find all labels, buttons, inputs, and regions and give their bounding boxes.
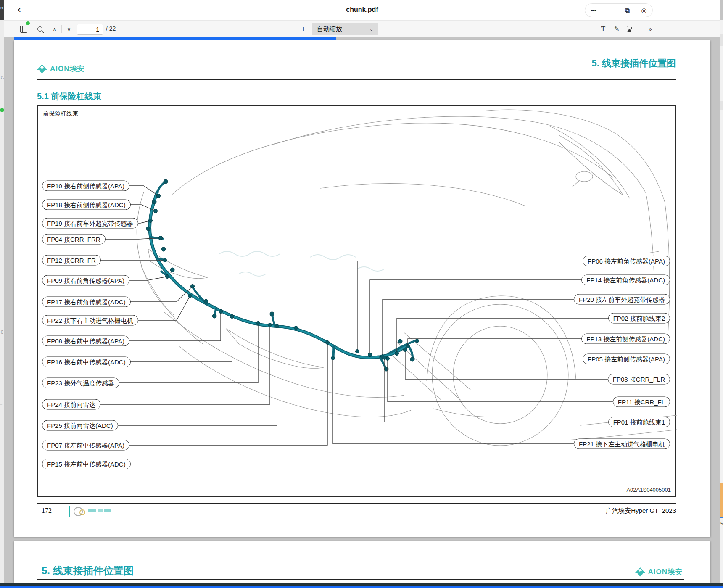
more-options-button[interactable]: •••	[585, 4, 602, 17]
connector-fp01	[383, 356, 387, 360]
footer-document-name: 广汽埃安Hyper GT_2023	[606, 507, 676, 515]
leader-line-fp20	[383, 299, 639, 356]
pdf-page-2: 5. 线束接插件位置图 AION埃安	[14, 541, 710, 583]
connector-fp19	[149, 219, 153, 223]
search-icon	[37, 26, 42, 32]
bottom-window-bar	[0, 583, 723, 586]
connector-fp12	[163, 258, 167, 262]
header-rule	[37, 79, 676, 80]
leader-line-fp23	[92, 323, 258, 383]
chapter-header: 5. 线束接插件位置图	[592, 57, 676, 70]
diagram-label-fp20: FP20 接左前车外超宽带传感器	[574, 294, 670, 305]
connector-fp09	[166, 275, 169, 279]
connector-fp10	[157, 194, 161, 198]
page-number-input[interactable]	[77, 24, 103, 35]
diagram-label-fp11: FP11 接CRR_FL	[613, 397, 670, 407]
pdf-page-1: AION埃安 5. 线束接插件位置图 5.1 前保险杠线束 前保险杠线束 A02…	[14, 40, 710, 537]
leader-line-fp11	[388, 359, 639, 402]
diagram-label-fp13: FP13 接左前侧传感器(ADC)	[581, 334, 670, 344]
diagram-label-fp07: FP07 接左前中传感器(APA)	[42, 440, 129, 451]
diagram-label-fp03: FP03 接CRR_FLR	[608, 374, 670, 385]
close-button[interactable]: ◎	[636, 4, 652, 17]
notification-dot	[26, 21, 30, 25]
connector-fp05	[415, 339, 419, 343]
thumbnail-page-number: 5	[720, 521, 723, 526]
diagram-label-fp08: FP08 接右前中传感器(APA)	[42, 336, 129, 346]
connector-fp22	[188, 294, 192, 298]
diagram-label-fp25: FP25 接前向雷达(ADC)	[42, 420, 118, 431]
connector-fp25	[275, 324, 279, 328]
diagram-label-fp12: FP12 接CRR_FR	[42, 255, 101, 266]
background-panel-right-edge: 5	[720, 20, 723, 583]
restore-button[interactable]: ⧉	[619, 4, 636, 17]
wiring-harness	[146, 179, 417, 371]
connector-fp14	[368, 353, 372, 357]
diagram-label-fp24: FP24 接前向雷达	[42, 399, 100, 410]
connector-fp24	[268, 323, 272, 327]
background-window-left-edge: n ち 0 ≡	[0, 0, 4, 588]
diagram-label-fp21: FP21 接下左主动进气格栅电机	[574, 439, 670, 449]
image-tool-button[interactable]	[625, 23, 636, 35]
diagram-label-fp15: FP15 接左前中传感器(ADC)	[42, 459, 131, 469]
previous-page-button[interactable]: ∧	[50, 23, 60, 35]
diagram-label-fp02: FP02 接前舱线束2	[608, 313, 670, 324]
diagram-code: A02A1S04005001	[626, 487, 671, 493]
text-tool-button[interactable]: T	[598, 23, 609, 35]
loading-progress-bar	[14, 37, 336, 40]
connector-fp04	[159, 236, 163, 240]
more-tools-button[interactable]: »	[644, 23, 656, 35]
diagram-label-fp14: FP14 接左前角传感器(ADC)	[581, 275, 670, 285]
diagram-label-fp01: FP01 接前舱线束1	[608, 417, 670, 427]
connector-fp03	[404, 348, 407, 352]
sidebar-toggle-button[interactable]	[18, 23, 29, 35]
connector-fp23	[256, 322, 260, 325]
toolbar-divider	[61, 25, 62, 33]
bottom-taskbar-sliver	[0, 586, 723, 588]
edge-green-badge	[0, 108, 4, 112]
diagram-label-fp17: FP17 接右前角传感器(ADC)	[42, 297, 131, 307]
sidebar-toggle-icon	[20, 26, 27, 33]
connector-fp06	[356, 350, 359, 353]
diagram-label-fp23: FP23 接外气温度传感器	[42, 378, 119, 388]
connector-fp07	[326, 341, 330, 345]
aion-logo: AION埃安	[635, 567, 683, 577]
connector-fp08	[219, 310, 223, 314]
zoom-mode-select[interactable]: 自动缩放 ⌄	[312, 23, 378, 35]
aion-logo: AION埃安	[37, 64, 85, 74]
diagram-label-fp18: FP18 接右前侧传感器(ADC)	[42, 200, 131, 210]
leader-line-fp21	[333, 358, 639, 444]
footer-page-number: 172	[42, 507, 52, 514]
minimize-button[interactable]: —	[602, 4, 619, 17]
section-title: 5.1 前保险杠线束	[37, 91, 101, 102]
chapter-heading-rule	[37, 579, 684, 580]
zoom-out-button[interactable]: −	[284, 23, 294, 35]
aion-logo-icon	[37, 64, 47, 74]
next-page-button[interactable]: ∨	[64, 23, 74, 35]
edge-glyph-fragment: ち	[0, 75, 4, 81]
thumbnail-fragment	[720, 483, 723, 517]
diagram-title: 前保险杠线束	[43, 110, 78, 118]
diagram-label-fp05: FP05 接左前侧传感器(APA)	[583, 354, 670, 364]
connector-fp21	[331, 356, 335, 360]
pen-tool-button[interactable]: ✎	[611, 23, 622, 35]
aion-logo-text: AION埃安	[50, 64, 85, 74]
diagram-label-fp19: FP19 接右前车外超宽带传感器	[42, 218, 138, 229]
harness-connectors	[146, 179, 414, 371]
connector-fp18	[154, 209, 158, 213]
leader-connector-dots	[149, 194, 419, 361]
edge-glyph-fragment-2: 0	[1, 330, 3, 335]
search-button[interactable]	[34, 23, 45, 35]
diagram-label-fp06: FP06 接左前角传感器(APA)	[583, 256, 670, 266]
connector-fp17	[191, 285, 195, 288]
zoom-in-button[interactable]: +	[298, 23, 309, 35]
footer-accent-bar	[69, 506, 70, 517]
chapter-heading: 5. 线束接插件位置图	[42, 564, 134, 577]
leader-line-fp01	[385, 358, 639, 422]
aion-logo-icon	[635, 567, 645, 577]
connector-fp13	[406, 345, 410, 348]
wiring-diagram: 前保险杠线束 A02A1S04005001	[37, 105, 676, 497]
thumbnail-selection-line	[720, 517, 723, 518]
background-titlebar-fragment	[0, 0, 4, 20]
edge-glyph-fragment-3: ≡	[0, 403, 3, 407]
image-icon	[627, 26, 633, 32]
